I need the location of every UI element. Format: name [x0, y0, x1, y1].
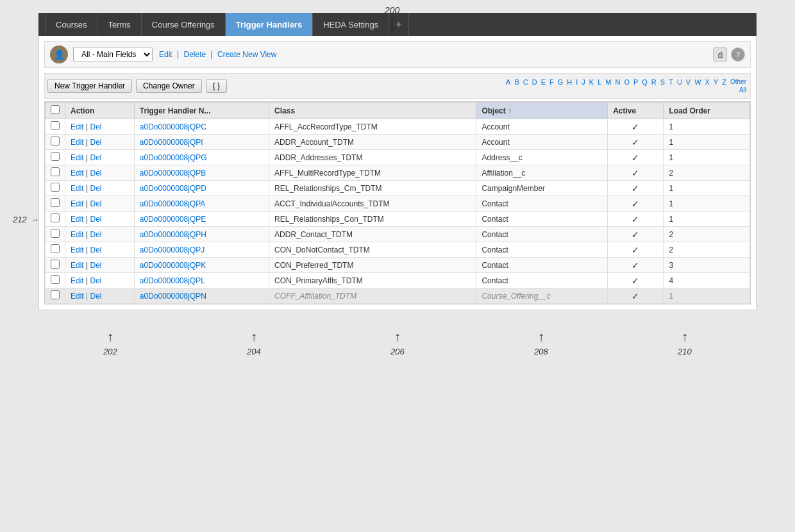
del-link[interactable]: Del	[90, 138, 101, 147]
del-link[interactable]: Del	[90, 276, 101, 285]
handler-link[interactable]: a0Do0000008jQPJ	[140, 245, 205, 254]
del-link[interactable]: Del	[90, 245, 101, 254]
tab-heda-settings[interactable]: HEDA Settings	[313, 13, 389, 36]
alpha-C[interactable]: C	[522, 78, 530, 94]
alpha-X[interactable]: X	[704, 78, 711, 94]
row-checkbox[interactable]	[51, 229, 60, 238]
object-header[interactable]: Object ↑	[476, 103, 608, 119]
trigger-handler-header[interactable]: Trigger Handler N...	[134, 103, 269, 119]
handler-link[interactable]: a0Do0000008jQPG	[140, 153, 207, 162]
alpha-Y[interactable]: Y	[712, 78, 719, 94]
load-order-cell: 1	[664, 150, 750, 165]
row-checkbox[interactable]	[51, 213, 60, 222]
action-cell: Edit | Del	[65, 196, 135, 212]
action-cell: Edit | Del	[65, 212, 135, 227]
edit-link[interactable]: Edit	[71, 199, 84, 208]
row-checkbox[interactable]	[51, 121, 60, 130]
edit-link[interactable]: Edit	[71, 292, 84, 301]
row-checkbox[interactable]	[51, 198, 60, 207]
edit-link[interactable]: Edit	[71, 215, 84, 224]
row-checkbox[interactable]	[51, 244, 60, 253]
all-label[interactable]: All	[729, 86, 748, 94]
alpha-F[interactable]: F	[548, 78, 555, 94]
handler-link[interactable]: a0Do0000008jQPD	[140, 184, 206, 193]
alpha-J[interactable]: J	[580, 78, 587, 94]
alpha-P[interactable]: P	[632, 78, 639, 94]
del-link[interactable]: Del	[90, 292, 101, 301]
curly-braces-button[interactable]: { }	[206, 79, 227, 93]
del-link[interactable]: Del	[90, 184, 101, 193]
edit-link[interactable]: Edit	[71, 184, 84, 193]
alpha-K[interactable]: K	[588, 78, 595, 94]
edit-link[interactable]: Edit	[71, 153, 84, 162]
edit-link[interactable]: Edit	[71, 245, 84, 254]
alpha-L[interactable]: L	[596, 78, 603, 94]
select-all-checkbox[interactable]	[51, 105, 60, 114]
edit-link[interactable]: Edit	[71, 276, 84, 285]
class-cell: AFFL_MultiRecordType_TDTM	[269, 165, 476, 181]
del-link[interactable]: Del	[90, 230, 101, 239]
del-link[interactable]: Del	[90, 153, 101, 162]
handler-link[interactable]: a0Do0000008jQPL	[140, 276, 205, 285]
tab-terms[interactable]: Terms	[97, 13, 141, 36]
handler-link[interactable]: a0Do0000008jQPH	[140, 230, 206, 239]
alpha-E[interactable]: E	[540, 78, 547, 94]
tab-trigger-handlers[interactable]: Trigger Handlers	[226, 13, 313, 36]
del-link[interactable]: Del	[90, 215, 101, 224]
row-checkbox[interactable]	[51, 260, 60, 269]
handler-link[interactable]: a0Do0000008jQPI	[140, 138, 203, 147]
alpha-N[interactable]: N	[614, 78, 621, 94]
del-link[interactable]: Del	[90, 122, 101, 131]
row-checkbox[interactable]	[51, 152, 60, 161]
view-select[interactable]: All - Main Fields	[73, 47, 153, 62]
row-checkbox[interactable]	[51, 167, 60, 176]
edit-link[interactable]: Edit	[71, 261, 84, 270]
alpha-Z[interactable]: Z	[721, 78, 728, 94]
row-checkbox[interactable]	[51, 290, 60, 299]
help-icon[interactable]: ?	[731, 47, 745, 62]
other-label[interactable]: Other	[729, 78, 748, 86]
alpha-I[interactable]: I	[574, 78, 579, 94]
alpha-V[interactable]: V	[685, 78, 692, 94]
alpha-R[interactable]: R	[650, 78, 658, 94]
alpha-T[interactable]: T	[667, 78, 674, 94]
alpha-M[interactable]: M	[604, 78, 612, 94]
edit-view-link[interactable]: Edit	[159, 50, 172, 59]
alpha-D[interactable]: D	[531, 78, 539, 94]
alpha-A[interactable]: A	[505, 78, 512, 94]
handler-link[interactable]: a0Do0000008jQPN	[140, 292, 206, 301]
alpha-Q[interactable]: Q	[640, 78, 649, 94]
handler-link[interactable]: a0Do0000008jQPC	[140, 122, 206, 131]
handler-link[interactable]: a0Do0000008jQPE	[140, 215, 206, 224]
row-checkbox[interactable]	[51, 275, 60, 284]
tab-course-offerings[interactable]: Course Offerings	[142, 13, 226, 36]
alpha-H[interactable]: H	[565, 78, 573, 94]
change-owner-button[interactable]: Change Owner	[136, 79, 202, 93]
handler-cell: a0Do0000008jQPI	[134, 135, 269, 150]
new-trigger-handler-button[interactable]: New Trigger Handler	[47, 79, 132, 93]
print-icon[interactable]: 🖨	[713, 47, 727, 62]
del-link[interactable]: Del	[90, 199, 101, 208]
del-link[interactable]: Del	[90, 261, 101, 270]
alpha-U[interactable]: U	[676, 78, 683, 94]
action-cell: Edit | Del	[65, 119, 135, 135]
edit-link[interactable]: Edit	[71, 122, 84, 131]
edit-link[interactable]: Edit	[71, 169, 84, 178]
handler-link[interactable]: a0Do0000008jQPB	[140, 169, 206, 178]
row-checkbox[interactable]	[51, 183, 60, 192]
delete-view-link[interactable]: Delete	[183, 50, 206, 59]
handler-link[interactable]: a0Do0000008jQPA	[140, 199, 206, 208]
alpha-O[interactable]: O	[623, 78, 631, 94]
edit-link[interactable]: Edit	[71, 138, 84, 147]
create-new-view-link[interactable]: Create New View	[217, 50, 276, 59]
alpha-S[interactable]: S	[659, 78, 666, 94]
tab-courses[interactable]: Courses	[45, 13, 97, 36]
edit-link[interactable]: Edit	[71, 230, 84, 239]
del-link[interactable]: Del	[90, 169, 101, 178]
handler-link[interactable]: a0Do0000008jQPK	[140, 261, 206, 270]
alpha-B[interactable]: B	[513, 78, 520, 94]
class-cell: ADDR_Account_TDTM	[269, 135, 476, 150]
alpha-W[interactable]: W	[693, 78, 702, 94]
row-checkbox[interactable]	[51, 137, 60, 145]
alpha-G[interactable]: G	[556, 78, 565, 94]
